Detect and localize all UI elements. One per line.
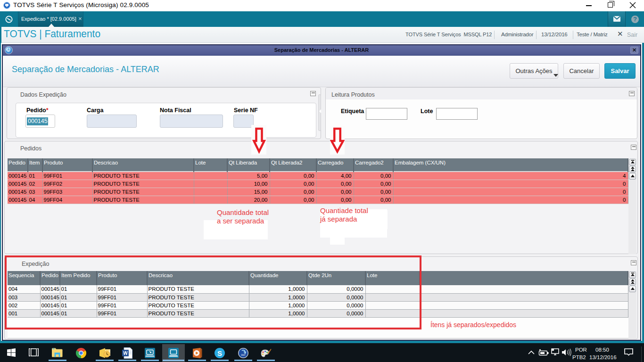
svg-text:S: S: [217, 349, 222, 357]
svg-text:DEV: DEV: [241, 354, 245, 356]
